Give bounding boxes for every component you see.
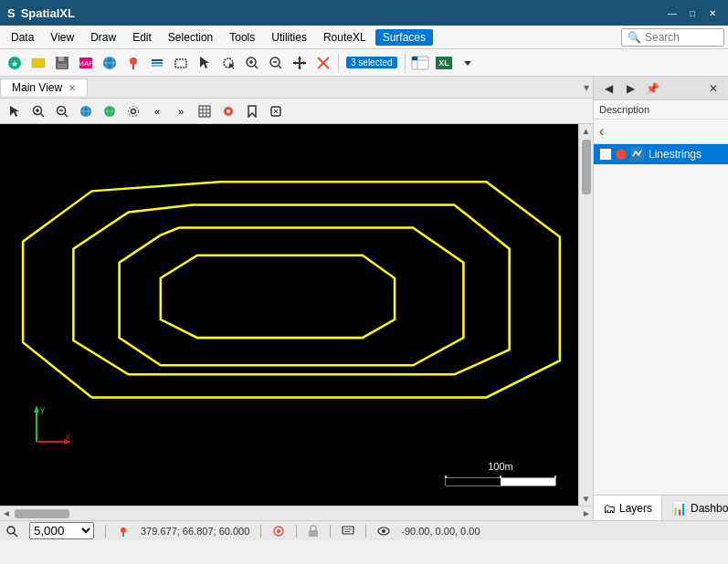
menu-routexl[interactable]: RouteXL (316, 29, 374, 46)
map-tb-globe2-btn[interactable] (99, 100, 121, 122)
tb-zoom-win-btn[interactable] (241, 52, 263, 74)
rp-pin-btn[interactable]: 📌 (643, 79, 661, 98)
svg-marker-30 (303, 61, 306, 65)
svg-marker-63 (248, 106, 256, 117)
layer-type-icon (630, 147, 645, 162)
tb-layer-btn[interactable] (146, 52, 168, 74)
map-tb-theme-btn[interactable] (217, 100, 239, 122)
h-scroll-left-btn[interactable]: ◄ (2, 508, 11, 518)
svg-point-89 (382, 529, 385, 533)
tb-open-btn[interactable] (27, 52, 49, 74)
v-scroll-up-btn[interactable]: ▲ (582, 126, 591, 136)
rp-forward-btn[interactable]: ▶ (621, 79, 639, 98)
tb-pin-btn[interactable] (122, 52, 144, 74)
dashboards-tab-icon: 📊 (671, 501, 687, 516)
status-msg-icon[interactable] (342, 526, 354, 537)
tb-table-btn[interactable] (409, 52, 431, 74)
layers-list: ✓ Linestrings (594, 144, 728, 495)
status-lock-icon[interactable] (308, 525, 319, 538)
h-scroll-right-btn[interactable]: ► (582, 508, 591, 518)
tab-close-btn[interactable]: ✕ (69, 83, 76, 93)
menu-surfaces[interactable]: Surfaces (375, 29, 433, 46)
svg-rect-85 (343, 527, 353, 534)
tb-pan-btn[interactable] (289, 52, 311, 74)
search-input[interactable] (645, 31, 718, 44)
svg-point-80 (121, 527, 126, 533)
status-sep2 (260, 525, 261, 538)
close-button[interactable]: ✕ (704, 5, 721, 21)
scale-select[interactable]: 1,000 5,000 10,000 50,000 100,000 (29, 522, 94, 539)
svg-rect-4 (58, 57, 64, 61)
svg-rect-2 (32, 58, 45, 68)
v-scrollbar[interactable]: ▲ ▼ (578, 124, 593, 506)
map-tb-forward-btn[interactable]: » (170, 100, 192, 122)
menu-tools[interactable]: Tools (222, 29, 262, 46)
tb-select-arrow-btn[interactable] (194, 52, 216, 74)
search-box[interactable]: 🔍 (621, 28, 724, 47)
map-tb-grid-btn[interactable] (194, 100, 216, 122)
rp-back-btn[interactable]: ◀ (599, 79, 617, 98)
map-tb-settings-btn[interactable] (122, 100, 144, 122)
status-location-icon[interactable] (272, 525, 285, 538)
tb-globe-btn[interactable] (99, 52, 121, 74)
dashboards-tab-label: Dashboards (691, 502, 728, 515)
minimize-button[interactable]: — (664, 5, 681, 21)
tb-select-rect-btn[interactable] (170, 52, 192, 74)
svg-line-79 (14, 533, 17, 537)
map-tb-pin2-btn[interactable] (265, 100, 287, 122)
contour-inner-outer (120, 228, 464, 366)
v-scroll-down-btn[interactable]: ▼ (582, 494, 591, 504)
rp-back-arrow[interactable]: ‹ (599, 123, 604, 139)
tb-separator2 (405, 54, 406, 72)
app-icon: S (7, 6, 16, 20)
tb-save-btn[interactable] (51, 52, 73, 74)
map-canvas[interactable]: y x 100m (0, 124, 578, 506)
map-tb-zoomin-btn[interactable] (27, 100, 49, 122)
map-tb-zoomout-btn[interactable] (51, 100, 73, 122)
svg-text:MAP: MAP (79, 59, 93, 68)
menu-edit[interactable]: Edit (125, 29, 159, 46)
layer-checkbox[interactable]: ✓ (599, 148, 612, 161)
svg-text:y: y (40, 404, 45, 414)
tb-select2-btn[interactable] (217, 52, 239, 74)
status-scale[interactable]: 1,000 5,000 10,000 50,000 100,000 (29, 522, 94, 539)
tb-new-btn[interactable]: ★ (4, 52, 26, 74)
tab-scroll-btn[interactable]: ▾ (580, 81, 593, 94)
h-scroll-thumb[interactable] (15, 509, 69, 518)
right-panel-back-row: ‹ (594, 120, 728, 144)
map-tb-back-btn[interactable]: « (146, 100, 168, 122)
menu-utilities[interactable]: Utilities (264, 29, 314, 46)
tb-excel-btn[interactable]: XL (433, 52, 455, 74)
layer-dot (616, 149, 627, 160)
h-scrollbar[interactable]: ◄ ► (0, 506, 593, 520)
tab-dashboards[interactable]: 📊 Dashboards (662, 496, 728, 520)
right-panel-toolbar: ◀ ▶ 📌 (599, 79, 661, 98)
menu-view[interactable]: View (43, 29, 81, 46)
svg-marker-19 (229, 63, 235, 69)
tb-zoom2-btn[interactable] (265, 52, 287, 74)
maximize-button[interactable]: □ (684, 5, 701, 21)
v-scroll-thumb[interactable] (582, 140, 591, 194)
svg-point-11 (130, 57, 137, 65)
svg-rect-56 (199, 106, 210, 117)
map-tb-select-btn[interactable] (4, 100, 26, 122)
scale-bar: 100m (441, 460, 560, 487)
main-view-tab[interactable]: Main View ✕ (0, 78, 88, 96)
status-zoom-icon (5, 525, 18, 538)
rp-close-btn[interactable]: ✕ (704, 79, 723, 98)
tb-map-btn[interactable]: MAP (75, 52, 97, 74)
tb-cross-btn[interactable] (312, 52, 334, 74)
layer-item-linestrings[interactable]: ✓ Linestrings (594, 144, 728, 164)
svg-line-42 (41, 113, 45, 117)
right-panel: ◀ ▶ 📌 ✕ Description ‹ ✓ Linestrings (593, 77, 728, 520)
menu-selection[interactable]: Selection (161, 29, 220, 46)
tab-layers[interactable]: 🗂 Layers (594, 496, 662, 520)
tb-dropdown-btn[interactable] (457, 52, 479, 74)
view-tab: Main View ✕ ▾ (0, 77, 593, 99)
svg-marker-28 (298, 67, 301, 69)
status-sep3 (296, 525, 297, 538)
map-tb-bookmark-btn[interactable] (241, 100, 263, 122)
map-tb-globe-btn[interactable] (75, 100, 97, 122)
menu-draw[interactable]: Draw (83, 29, 123, 46)
menu-data[interactable]: Data (4, 29, 41, 46)
